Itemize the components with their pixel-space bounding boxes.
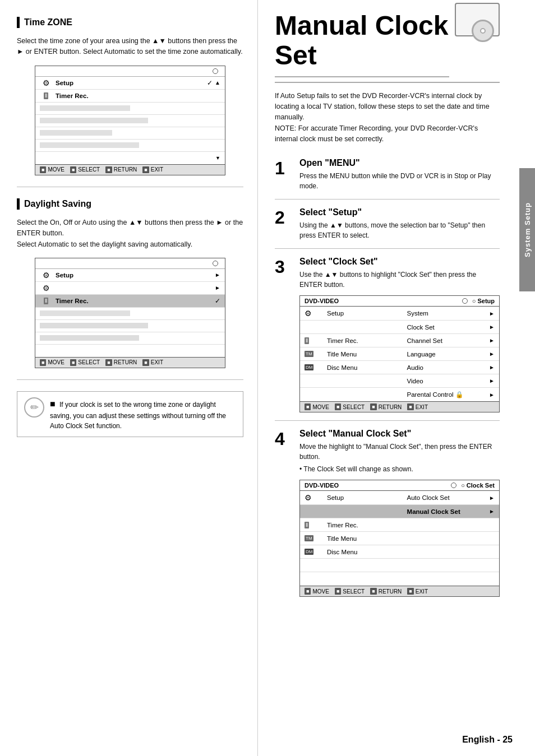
daylight-row-timer: Ⅱ Timer Rec. ✓ (35, 295, 225, 308)
daylight-row-empty-1 (35, 308, 225, 320)
channelset-arrow: ► (489, 337, 495, 344)
select-icon: ■ (70, 166, 76, 173)
timer-icon-3: Ⅱ (305, 337, 327, 344)
step-4-bottom-bar: ■ MOVE ■ SELECT ■ RETURN ■ (300, 586, 499, 596)
daylight-row-empty-2 (35, 320, 225, 332)
step-4-content: Select "Manual Clock Set" Move the highl… (299, 429, 500, 597)
right-column: Manual Clock Set If Auto Setup fails to … (258, 0, 519, 756)
step-3-bottom-bar: ■ MOVE ■ SELECT ■ RETURN ■ (300, 401, 499, 412)
dvd-row-setup-3: ⚙ Setup System ► (300, 307, 499, 321)
audio-arrow: ► (489, 364, 495, 370)
scroll-up-arrow: ▲ (215, 80, 220, 86)
dvd-rows-4: ⚙ Setup Auto Clock Set ► Manual Clock Se… (300, 491, 499, 586)
titlemenu-icon-3: TM (305, 351, 327, 357)
step-3-heading: Select "Clock Set" (299, 257, 500, 267)
dvd-header-label-4: ○ Clock Set (461, 482, 495, 489)
daylight-exit: ■ EXIT (142, 359, 163, 366)
dvd-row-empty-4-1 (300, 559, 499, 572)
step-4-number: 4 (275, 429, 292, 597)
menu-top-bar (35, 66, 225, 77)
title-area: Manual Clock Set (275, 0, 500, 77)
language-label: English (462, 735, 495, 744)
title-bar-decoration (17, 17, 20, 28)
language-arrow: ► (489, 351, 495, 357)
s3-exit: ■ EXIT (407, 403, 428, 410)
daylight-move: ■ MOVE (40, 359, 64, 366)
dvd-row-titlemenu-4: TM Title Menu (300, 532, 499, 545)
step-1-body: Press the MENU button while the DVD or V… (299, 171, 500, 191)
menu-row-empty-4 (35, 140, 225, 152)
step-2-body: Using the ▲▼ buttons, move the selection… (299, 220, 500, 240)
dvd-rows-3: ⚙ Setup System ► Clock Set ► Ⅱ (300, 307, 499, 401)
dvd-row-channelset: Ⅱ Timer Rec. Channel Set ► (300, 334, 499, 347)
daylight-menu-rows: ⚙ Setup ► ⚙ ► Ⅱ Timer Rec. ✓ (35, 269, 225, 357)
video-label: Video (407, 378, 487, 384)
daylight-gear-icon-2: ⚙ (40, 284, 52, 293)
image-placeholder (449, 0, 500, 42)
dvd-row-timer-4: Ⅱ Timer Rec. (300, 518, 499, 532)
step-2-number: 2 (275, 207, 292, 240)
divider-1 (17, 187, 243, 187)
dvd-row-language: TM Title Menu Language ► (300, 347, 499, 361)
timer-label: Timer Rec. (56, 92, 220, 99)
dvd-row-audio: DM Disc Menu Audio ► (300, 361, 499, 374)
audio-label: Audio (407, 364, 487, 371)
daylight-title-bar (17, 198, 20, 210)
time-zone-title: Time ZONE (17, 17, 243, 28)
s3-return: ■ RETURN (370, 403, 402, 410)
side-tab: System Setup (519, 168, 535, 291)
daylight-row-empty-3 (35, 332, 225, 345)
disc-shape (472, 20, 494, 42)
s3-move: ■ MOVE (305, 403, 329, 410)
page-number: English - 25 (462, 735, 513, 745)
menu-row-timer: Ⅱ Timer Rec. (35, 90, 225, 103)
clockset-arrow: ► (489, 324, 495, 330)
setup-label-4: Setup (327, 494, 407, 501)
step-4-body: Move the highlight to "Manual Clock Set"… (299, 442, 500, 474)
daylight-row-2: ⚙ ► (35, 282, 225, 295)
step-3: 3 Select "Clock Set" Use the ▲▼ buttons … (275, 249, 500, 421)
step-2: 2 Select "Setup" Using the ▲▼ buttons, m… (275, 200, 500, 249)
menu-bottom-bar: ■ MOVE ■ SELECT ■ RETURN ■ EXIT (35, 164, 225, 175)
note-box: ✏ ■ If your clock is set to the wrong ti… (17, 391, 243, 437)
step-4-menu-header: DVD-VIDEO ○ Clock Set (300, 480, 499, 491)
daylight-return: ■ RETURN (105, 359, 137, 366)
discmenu-label-3: Disc Menu (327, 364, 407, 371)
timer-icon-4: Ⅱ (305, 522, 327, 528)
manual-clock-arrow: ► (489, 508, 495, 514)
dvd-header-right-4: ○ Clock Set (451, 482, 495, 489)
step-3-number: 3 (275, 257, 292, 412)
dvd-row-parental: Parental Control 🔒 ► (300, 388, 499, 401)
step-1: 1 Open "MENU" Press the MENU button whil… (275, 150, 500, 200)
dvd-row-empty-4-2 (300, 572, 499, 586)
dvd-row-auto-clock: ⚙ Setup Auto Clock Set ► (300, 491, 499, 505)
daylight-select: ■ SELECT (70, 359, 100, 366)
dvd-row-discmenu-4: DM Disc Menu (300, 545, 499, 559)
daylight-saving-section: Daylight Saving Select the On, Off or Au… (17, 198, 243, 368)
discmenu-label-4: Disc Menu (327, 549, 495, 555)
titlemenu-label-4: Title Menu (327, 535, 495, 542)
daylight-row-setup: ⚙ Setup ► (35, 269, 225, 282)
exit-btn: ■ EXIT (142, 166, 163, 173)
dvd-circle-3 (462, 298, 468, 304)
daylight-arrow-1: ► (215, 272, 220, 278)
select-btn: ■ SELECT (70, 166, 100, 173)
setup-check: ✓ (207, 79, 213, 87)
video-arrow: ► (489, 378, 495, 384)
menu-row-empty-2 (35, 115, 225, 127)
step-1-number: 1 (275, 158, 292, 191)
s4-return: ■ RETURN (370, 588, 402, 595)
dvd-circle-4 (451, 483, 456, 488)
exit-icon: ■ (142, 166, 149, 173)
menu-row-empty-3 (35, 127, 225, 140)
parental-arrow: ► (489, 392, 495, 398)
titlemenu-label-3: Title Menu (327, 351, 407, 358)
side-tab-label: System Setup (523, 202, 532, 257)
timer-rec-label-3: Timer Rec. (327, 337, 407, 344)
dvd-header-left-4: DVD-VIDEO (305, 482, 339, 489)
timer-rec-label-4: Timer Rec. (327, 522, 495, 528)
menu-scroll-down: ▼ (35, 152, 225, 164)
daylight-menu-top (35, 258, 225, 269)
header-image (449, 0, 500, 42)
daylight-check: ✓ (215, 297, 220, 305)
